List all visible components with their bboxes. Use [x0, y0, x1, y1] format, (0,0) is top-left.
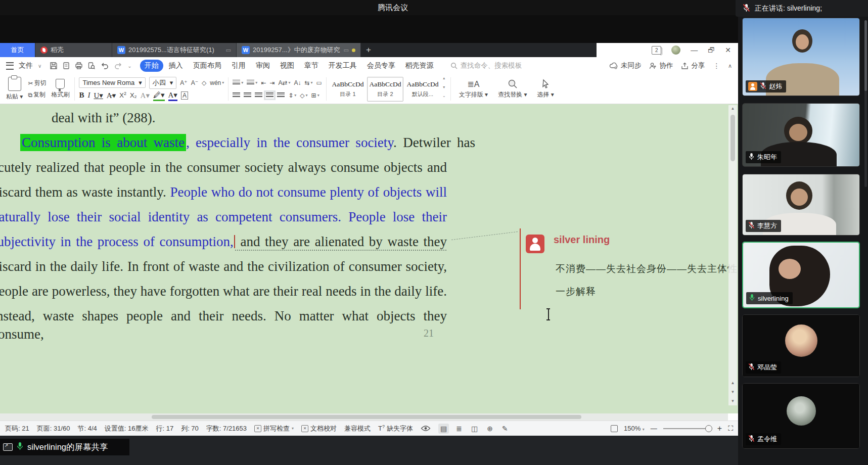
char-effects-button[interactable]: A▾ [141, 91, 150, 100]
shading-button[interactable]: ◇▾ [300, 92, 307, 99]
compat-mode-label[interactable]: 兼容模式 [344, 424, 371, 433]
close-button[interactable]: ✕ [725, 46, 731, 54]
tab-stop-button[interactable]: ⇆▾ [305, 79, 313, 86]
text-direction-button[interactable]: A⇄▾ [278, 79, 290, 86]
typeset-button[interactable]: ≣A 文字排版 ▾ [454, 75, 493, 103]
copy-button[interactable]: ⧉ 复制 [28, 90, 46, 99]
next-page-button[interactable]: ▼ [731, 390, 735, 394]
collapse-ribbon-icon[interactable]: ∧ [728, 63, 732, 69]
tab-document-1[interactable]: W 201992575...语言特征研究(1) ▭ [112, 43, 237, 57]
eye-protect-icon[interactable] [421, 425, 431, 432]
tab-document-2-active[interactable]: W 20199257...》中的废弃物研究 ▭ [237, 43, 361, 57]
sort-button[interactable]: A↓ [294, 79, 301, 86]
justify-button[interactable] [266, 92, 273, 98]
print-icon[interactable] [75, 62, 83, 70]
horizontal-scroll-thumb[interactable] [152, 415, 581, 419]
menu-item-审阅[interactable]: 审阅 [251, 60, 275, 72]
menu-item-开始[interactable]: 开始 [140, 60, 163, 72]
sync-status[interactable]: 未同步 [609, 61, 642, 70]
participant-tile-邓晶莹[interactable]: 邓晶莹 [742, 314, 860, 377]
tab-home[interactable]: 首页 [0, 43, 35, 57]
underline-button[interactable]: U▾ [94, 91, 103, 100]
number-list-button[interactable]: ▾ [247, 80, 257, 85]
format-painter-button[interactable]: 格式刷 [50, 79, 70, 99]
hamburger-icon[interactable] [6, 62, 14, 70]
menu-item-引用[interactable]: 引用 [227, 60, 250, 72]
menu-item-页面布局[interactable]: 页面布局 [189, 60, 226, 72]
zoom-level[interactable]: 150% ▾ [624, 425, 645, 432]
menu-item-稻壳资源[interactable]: 稻壳资源 [401, 60, 438, 72]
web-view-button[interactable]: ⊕ [485, 424, 495, 434]
menu-item-章节[interactable]: 章节 [300, 60, 323, 72]
edit-mode-button[interactable]: ✎ [500, 424, 510, 434]
menu-item-插入[interactable]: 插入 [164, 60, 188, 72]
paste-button[interactable]: 粘贴 ▾ [5, 77, 24, 101]
tab-docer[interactable]: 稻壳 [35, 43, 112, 57]
highlight-color-button[interactable]: 🖉▾ [153, 90, 165, 101]
font-color-button[interactable]: A▾ [168, 90, 177, 101]
participant-tile-孟令维[interactable]: 孟令维 [742, 383, 860, 449]
participant-tile-silverlining[interactable]: silverlining [742, 242, 860, 308]
menu-item-会员专享[interactable]: 会员专享 [362, 60, 400, 72]
style-item[interactable]: AaBbCcDd默认段... [404, 77, 441, 102]
output-icon[interactable] [62, 62, 70, 70]
align-left-button[interactable] [233, 92, 240, 98]
more-options-icon[interactable]: ⋮ [713, 62, 720, 70]
style-item[interactable]: AaBbCcDd目录 2 [367, 77, 403, 102]
increase-indent-button[interactable]: ⇥ [269, 79, 275, 86]
collab-button[interactable]: 协作 [649, 61, 673, 70]
scroll-up-icon[interactable]: ▲ [731, 106, 735, 111]
align-right-button[interactable] [255, 92, 262, 98]
grow-font-button[interactable]: A⁺ [180, 79, 187, 86]
font-size-select[interactable]: 小四▾ [149, 77, 177, 89]
command-search-box[interactable]: 查找命令、搜索模板 [450, 61, 522, 70]
restore-button[interactable]: 🗗 [708, 46, 715, 54]
page-view-button[interactable]: ▤ [438, 424, 449, 434]
doc-proof-toggle[interactable]: ✕ 文档校对 [301, 424, 337, 433]
quick-access-more-icon[interactable]: ⌄ [127, 63, 131, 69]
zoom-out-button[interactable]: — [651, 425, 657, 432]
italic-button[interactable]: I [87, 91, 90, 100]
redo-icon[interactable] [114, 62, 123, 70]
char-shading-button[interactable]: A [181, 91, 188, 100]
scroll-down-icon[interactable]: ▼ [731, 399, 735, 403]
align-center-button[interactable] [244, 92, 251, 98]
participant-tile-李慧方[interactable]: 李慧方 [742, 174, 860, 236]
ruler-button[interactable]: ▭ [316, 79, 322, 86]
spell-check-toggle[interactable]: ✕ 拼写检查▾ [254, 424, 294, 433]
cut-button[interactable]: ✂ 剪切 [28, 79, 46, 87]
line-spacing-button[interactable]: ⇕▾ [288, 92, 296, 99]
shrink-font-button[interactable]: A⁻ [191, 79, 198, 86]
participant-tile-朱昭年[interactable]: 朱昭年 [742, 103, 860, 167]
vertical-scrollbar[interactable]: ▲ ▲ ▼ ▼ [728, 105, 737, 405]
select-button[interactable]: 选择 ▾ [532, 75, 559, 103]
participant-tile-赵炜[interactable]: 赵炜 [742, 18, 860, 96]
style-item[interactable]: AaBbCcDd目录 1 [330, 77, 366, 102]
bullet-list-button[interactable]: ▾ [233, 80, 243, 85]
minimize-button[interactable]: — [691, 46, 698, 54]
subscript-button[interactable]: X₂ [130, 91, 137, 99]
screen-share-banner[interactable]: silverlining的屏幕共享 [0, 439, 129, 455]
missing-font-button[interactable]: T? 缺失字体 [378, 424, 413, 433]
save-icon[interactable] [50, 62, 58, 70]
zoom-slider[interactable] [663, 425, 711, 432]
phonetic-guide-button[interactable]: wén▾ [210, 79, 224, 86]
file-menu[interactable]: 文件 [19, 61, 33, 70]
strikethrough-button[interactable]: A̶▾ [107, 91, 116, 100]
document-canvas[interactable]: deal with it” (288).Consumption is about… [0, 104, 738, 413]
sidebar-scrollbar[interactable] [864, 20, 867, 187]
outline-view-button[interactable]: ≣ [454, 424, 464, 434]
decrease-indent-button[interactable]: ⇤ [261, 79, 266, 86]
zoom-in-button[interactable]: + [717, 424, 722, 433]
window-count-badge[interactable]: 2 [652, 46, 661, 55]
fullscreen-button[interactable]: ⛶ [728, 424, 733, 433]
print-preview-icon[interactable] [87, 62, 96, 70]
bold-button[interactable]: B [79, 91, 84, 100]
vertical-scroll-thumb[interactable] [730, 115, 735, 161]
menu-item-开发工具[interactable]: 开发工具 [324, 60, 361, 72]
horizontal-scrollbar[interactable] [0, 413, 728, 421]
undo-icon[interactable] [100, 62, 109, 70]
pin-icon[interactable]: ▭ [226, 47, 231, 54]
distribute-button[interactable] [277, 92, 285, 98]
user-avatar[interactable] [671, 45, 680, 55]
